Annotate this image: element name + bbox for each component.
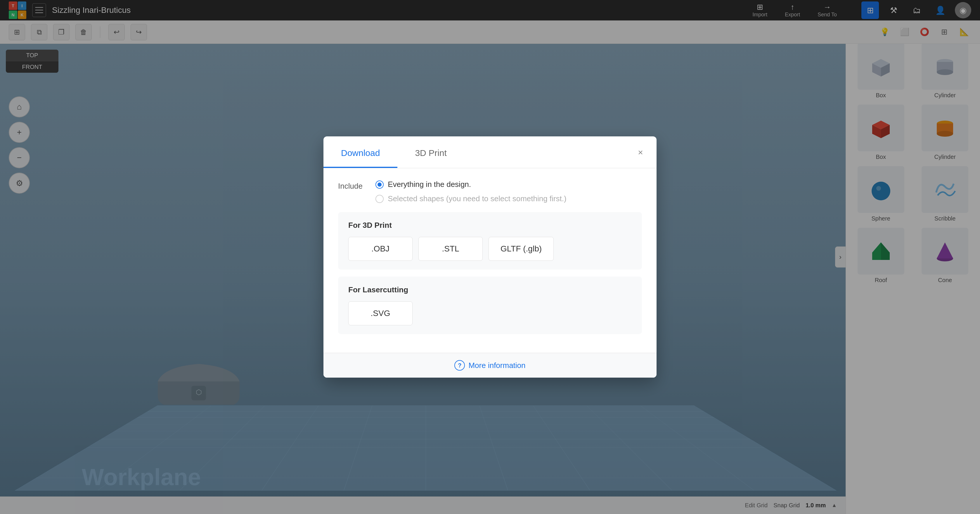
info-icon: ? [454, 360, 465, 371]
for-3d-print-section: For 3D Print .OBJ .STL GLTF (.glb) [338, 212, 642, 270]
modal-close-btn[interactable]: × [633, 145, 648, 160]
3d-print-buttons: .OBJ .STL GLTF (.glb) [348, 237, 632, 261]
include-options: Everything in the design. Selected shape… [375, 180, 566, 203]
stl-btn[interactable]: .STL [418, 237, 483, 261]
radio-selected[interactable] [375, 195, 383, 203]
download-tab[interactable]: Download [323, 136, 398, 168]
3d-print-title: For 3D Print [348, 221, 632, 230]
more-info-link[interactable]: ? More information [454, 360, 525, 371]
include-selected-option[interactable]: Selected shapes (you need to select some… [375, 194, 566, 203]
include-section: Include Everything in the design. Select… [338, 180, 642, 203]
svg-btn[interactable]: .SVG [348, 301, 412, 325]
download-modal: Download 3D Print × Include Everything i… [323, 136, 657, 378]
include-all-label: Everything in the design. [388, 180, 471, 189]
modal-body: Include Everything in the design. Select… [323, 168, 657, 353]
modal-header: Download 3D Print × [323, 136, 657, 168]
3dprint-tab[interactable]: 3D Print [398, 136, 464, 168]
obj-btn[interactable]: .OBJ [348, 237, 412, 261]
gltf-btn[interactable]: GLTF (.glb) [488, 237, 554, 261]
lasercutting-title: For Lasercutting [348, 286, 632, 294]
include-all-option[interactable]: Everything in the design. [375, 180, 566, 189]
modal-overlay[interactable]: Download 3D Print × Include Everything i… [0, 0, 980, 514]
include-selected-label: Selected shapes (you need to select some… [388, 194, 566, 203]
radio-all[interactable] [375, 181, 383, 189]
for-lasercutting-section: For Lasercutting .SVG [338, 276, 642, 334]
modal-footer: ? More information [323, 353, 657, 378]
lasercutting-buttons: .SVG [348, 301, 632, 325]
include-label: Include [338, 182, 363, 191]
more-info-label: More information [468, 361, 525, 370]
